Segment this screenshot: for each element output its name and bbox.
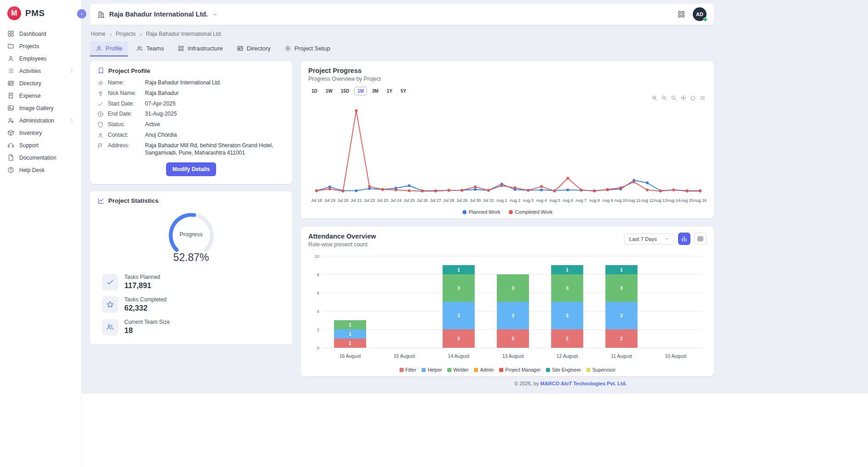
tab-teams[interactable]: Teams <box>131 41 169 56</box>
pan-icon <box>680 95 686 101</box>
sidebar-item-employees[interactable]: Employees <box>0 52 81 65</box>
tab-directory[interactable]: Directory <box>231 41 276 56</box>
footer-company-link[interactable]: MARCO AIoT Technologies Pvt. Ltd. <box>540 381 627 386</box>
range-3m-button[interactable]: 3M <box>369 87 382 95</box>
svg-text:Jul 20: Jul 20 <box>338 198 349 203</box>
svg-text:Aug 11: Aug 11 <box>628 198 640 203</box>
tab-project-setup[interactable]: Project Setup <box>279 41 336 56</box>
expense-icon <box>7 92 14 99</box>
zoom-in-icon <box>651 95 657 101</box>
svg-text:2: 2 <box>457 336 460 341</box>
sidebar-item-label: Dashboard <box>19 31 46 37</box>
projects-icon <box>7 43 14 50</box>
sidebar-item-image-gallery[interactable]: Image Gallery <box>0 102 81 114</box>
address-icon <box>97 142 104 157</box>
legend-planned-work[interactable]: Planned Work <box>462 209 501 215</box>
legend-welder[interactable]: Welder <box>447 367 468 372</box>
pan-button[interactable] <box>679 94 687 102</box>
help-desk-icon <box>7 167 14 173</box>
chevron-down-icon <box>664 236 669 241</box>
range-1d-button[interactable]: 1D <box>308 87 321 95</box>
attendance-bar-chart[interactable]: 024681016 August11115 August14 August233… <box>308 249 707 364</box>
sidebar-item-help-desk[interactable]: Help Desk <box>0 164 81 176</box>
company-selector[interactable]: Raja Bahadur International Ltd. <box>97 11 218 18</box>
sidebar-item-support[interactable]: Support <box>0 139 81 151</box>
image-gallery-icon <box>7 105 14 111</box>
sidebar-item-label: Inventory <box>19 130 42 136</box>
date-range-select[interactable]: Last 7 Days <box>624 234 674 245</box>
footer: © 2025, by MARCO AIoT Technologies Pvt. … <box>301 381 714 386</box>
zoom-out-button[interactable] <box>660 94 668 102</box>
progress-line-chart[interactable]: Jul 18Jul 19Jul 20Jul 21Jul 22Jul 23Jul … <box>308 98 707 207</box>
range-1w-button[interactable]: 1W <box>323 87 336 95</box>
range-1m-button[interactable]: 1M <box>354 87 367 95</box>
sidebar-item-expense[interactable]: Expense <box>0 89 81 102</box>
building-icon <box>97 11 105 18</box>
autoscale-button[interactable] <box>670 94 678 102</box>
svg-text:Aug 1: Aug 1 <box>496 198 507 203</box>
sidebar-item-label: Expense <box>19 93 41 99</box>
legend-fitter[interactable]: Fitter <box>400 367 417 372</box>
user-avatar[interactable]: AD <box>693 7 707 21</box>
profile-field-contact: Contact:Anuj Chordia <box>97 132 285 139</box>
svg-text:4: 4 <box>317 309 319 314</box>
svg-text:Jul 31: Jul 31 <box>483 198 494 203</box>
breadcrumb-item-projects[interactable]: Projects <box>116 31 135 37</box>
table-view-toggle-button[interactable] <box>694 233 707 245</box>
range-1y-button[interactable]: 1Y <box>384 87 395 95</box>
svg-text:Jul 29: Jul 29 <box>456 198 467 203</box>
range-15d-button[interactable]: 15D <box>338 87 352 95</box>
chevron-right-icon <box>69 68 74 73</box>
svg-text:Jul 24: Jul 24 <box>390 198 401 203</box>
sidebar-item-inventory[interactable]: Inventory <box>0 127 81 139</box>
sidebar-item-administration[interactable]: Administration <box>0 114 81 127</box>
tab-profile[interactable]: Profile <box>90 41 128 56</box>
home-button[interactable] <box>689 94 697 102</box>
chevron-down-icon <box>212 11 218 17</box>
attendance-overview-card: Attendance Overview Role-wise present co… <box>301 227 714 376</box>
logo-icon: M <box>7 6 21 20</box>
legend-admin[interactable]: Admin <box>474 367 494 372</box>
attendance-card-subtitle: Role-wise present count <box>308 241 376 248</box>
svg-text:6: 6 <box>317 290 319 295</box>
svg-text:Jul 18: Jul 18 <box>311 198 322 203</box>
sidebar-item-activities[interactable]: Activities <box>0 65 81 77</box>
legend-project-manager[interactable]: Project Manager <box>499 367 540 372</box>
legend-helper[interactable]: Helper <box>422 367 442 372</box>
sidebar-item-dashboard[interactable]: Dashboard <box>0 28 81 40</box>
legend-supervisor[interactable]: Supervisor <box>586 367 615 372</box>
svg-text:16 August: 16 August <box>339 353 361 359</box>
sidebar-collapse-button[interactable]: ‹ <box>77 9 86 18</box>
apps-grid-button[interactable] <box>677 10 685 18</box>
legend-completed-work[interactable]: Completed Work <box>509 209 553 215</box>
profile-tab-icon <box>95 45 102 52</box>
progress-card-title: Project Progress <box>308 67 707 74</box>
home-icon <box>690 95 696 101</box>
svg-text:1: 1 <box>620 267 623 272</box>
chevron-right-icon <box>69 118 74 123</box>
breadcrumb-item-home[interactable]: Home <box>91 31 106 37</box>
tab-infrastructure[interactable]: Infrastructure <box>172 41 228 56</box>
zoom-in-button[interactable] <box>651 94 658 102</box>
zoom-out-icon <box>661 95 667 101</box>
profile-field-address: Address:Raja Bahadur Mill Rd, behind She… <box>97 142 285 157</box>
range-5y-button[interactable]: 5Y <box>397 87 409 95</box>
svg-text:Aug 7: Aug 7 <box>576 198 587 203</box>
svg-text:1: 1 <box>349 332 351 337</box>
chart-view-toggle-button[interactable] <box>678 233 690 245</box>
status-icon <box>97 121 104 128</box>
sidebar-item-directory[interactable]: Directory <box>0 77 81 89</box>
sidebar-item-documentation[interactable]: Documentation <box>0 151 81 164</box>
sidebar-item-label: Employees <box>19 56 46 62</box>
documentation-icon <box>7 154 14 161</box>
sidebar-item-projects[interactable]: Projects <box>0 40 81 52</box>
svg-text:3: 3 <box>512 286 514 291</box>
menu-button[interactable] <box>699 94 707 102</box>
legend-site-engineer[interactable]: Site Engineer <box>546 367 581 372</box>
svg-text:3: 3 <box>566 286 569 291</box>
svg-text:14 August: 14 August <box>448 353 469 359</box>
statistics-card-title: Project Statistics <box>108 197 159 204</box>
svg-text:Aug 9: Aug 9 <box>602 198 613 203</box>
autoscale-icon <box>671 95 677 101</box>
modify-details-button[interactable]: Modify Details <box>166 162 216 176</box>
